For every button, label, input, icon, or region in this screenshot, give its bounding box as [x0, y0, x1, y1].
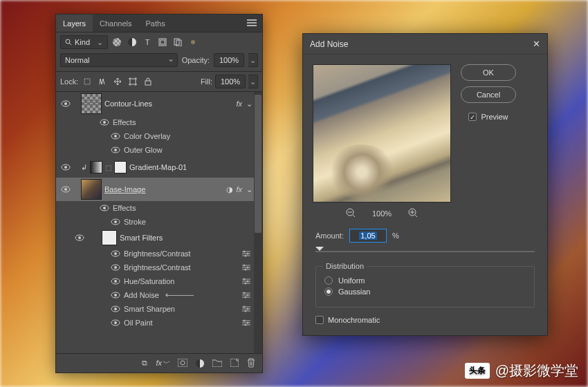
visibility-icon[interactable] — [110, 264, 121, 271]
gaussian-radio[interactable] — [324, 287, 333, 296]
filter-adjustment-icon[interactable] — [126, 36, 138, 48]
layer-contour-lines[interactable]: Contour-Lines fx ⌄ — [56, 92, 262, 115]
layer-name[interactable]: Gradient-Map-01 — [129, 163, 252, 171]
new-group-icon[interactable] — [212, 359, 222, 368]
adjustment-thumbnail[interactable] — [90, 161, 102, 173]
visibility-icon[interactable] — [110, 133, 121, 140]
add-mask-icon[interactable] — [178, 359, 187, 368]
kind-select[interactable]: Kind ⌄ — [60, 35, 108, 49]
fill-input[interactable]: 100% — [215, 75, 246, 88]
lock-all-icon[interactable] — [142, 75, 154, 88]
filter-pin-icon[interactable] — [187, 36, 199, 48]
monochromatic-row[interactable]: Monochromatic — [315, 316, 535, 324]
filter-options-icon[interactable] — [240, 262, 252, 273]
panel-menu-icon[interactable] — [247, 19, 257, 28]
filter-smart-sharpen[interactable]: Smart Sharpen — [56, 302, 262, 316]
layer-thumbnail[interactable] — [81, 179, 102, 200]
filter-oil-paint[interactable]: Oil Paint — [56, 316, 262, 330]
lock-artboard-icon[interactable] — [127, 75, 139, 88]
uniform-radio-row[interactable]: Uniform — [324, 276, 526, 285]
visibility-icon[interactable] — [110, 292, 121, 299]
cancel-button[interactable]: Cancel — [461, 86, 516, 103]
layer-gradient-map[interactable]: ↲ ⬚ Gradient-Map-01 — [56, 157, 262, 178]
visibility-icon[interactable] — [60, 164, 71, 171]
layer-name[interactable]: Contour-Lines — [104, 100, 233, 108]
zoom-in-icon[interactable] — [408, 208, 418, 219]
fx-stroke[interactable]: Stroke — [56, 215, 262, 229]
visibility-icon[interactable] — [110, 278, 121, 285]
tab-channels[interactable]: Channels — [93, 15, 138, 32]
gaussian-radio-row[interactable]: Gaussian — [324, 287, 526, 296]
layer-thumbnail[interactable] — [81, 93, 102, 114]
tab-layers[interactable]: Layers — [56, 15, 93, 32]
fill-dropdown[interactable]: ⌄ — [248, 75, 258, 88]
filter-options-icon[interactable] — [240, 276, 252, 287]
chevron-down-icon[interactable]: ⌄ — [246, 185, 252, 194]
opacity-input[interactable]: 100% — [214, 53, 244, 67]
visibility-icon[interactable] — [110, 305, 121, 312]
filter-options-icon[interactable] — [240, 290, 252, 301]
effects-row-2[interactable]: Effects — [56, 201, 262, 215]
tab-paths[interactable]: Paths — [139, 15, 172, 32]
filter-shape-icon[interactable] — [156, 36, 169, 48]
filter-pixel-icon[interactable] — [111, 36, 123, 48]
filter-smartobject-icon[interactable] — [172, 36, 184, 48]
filter-options-icon[interactable] — [240, 248, 252, 259]
filter-add-noise[interactable]: Add Noise — [56, 288, 262, 302]
scrollbar[interactable] — [254, 92, 262, 353]
layer-name[interactable]: Base-Image — [104, 185, 223, 194]
monochromatic-checkbox[interactable] — [315, 316, 324, 324]
delete-layer-icon[interactable] — [247, 358, 255, 369]
lock-position-icon[interactable] — [111, 75, 124, 88]
slider-thumb[interactable] — [315, 247, 324, 255]
fx-badge[interactable]: fx — [236, 185, 242, 194]
visibility-icon[interactable] — [60, 100, 71, 107]
opacity-dropdown[interactable]: ⌄ — [248, 53, 258, 67]
zoom-out-icon[interactable] — [346, 208, 356, 219]
lock-transparency-icon[interactable] — [81, 75, 93, 88]
svg-rect-12 — [145, 81, 151, 85]
visibility-icon[interactable] — [110, 218, 121, 225]
uniform-radio[interactable] — [324, 276, 333, 285]
filter-brightness-contrast-1[interactable]: Brightness/Contrast — [56, 247, 262, 261]
blend-mode-select[interactable]: Normal — [60, 53, 178, 67]
filter-options-icon[interactable] — [240, 303, 252, 314]
fx-outer-glow[interactable]: Outer Glow — [56, 143, 262, 157]
filter-hue-saturation[interactable]: Hue/Saturation — [56, 274, 262, 288]
visibility-icon[interactable] — [99, 119, 110, 126]
lock-label: Lock: — [60, 77, 78, 86]
add-fx-icon[interactable]: fx﹀ — [156, 358, 169, 368]
filter-type-icon[interactable]: T — [141, 36, 154, 48]
effects-row[interactable]: Effects — [56, 115, 262, 129]
filter-brightness-contrast-2[interactable]: Brightness/Contrast — [56, 261, 262, 274]
visibility-icon[interactable] — [110, 147, 121, 153]
preview-image[interactable] — [313, 64, 451, 202]
close-icon[interactable]: ✕ — [533, 39, 540, 49]
lock-image-icon[interactable] — [96, 75, 109, 88]
amount-slider[interactable] — [315, 247, 535, 256]
visibility-icon[interactable] — [110, 319, 121, 326]
slider-track — [315, 251, 535, 252]
preview-checkbox[interactable] — [468, 113, 477, 121]
ok-button[interactable]: OK — [461, 64, 516, 81]
filter-mask-thumbnail[interactable] — [102, 230, 117, 245]
mask-thumbnail[interactable] — [114, 161, 127, 173]
fx-color-overlay[interactable]: Color Overlay — [56, 129, 262, 143]
preview-checkbox-row[interactable]: Preview — [468, 113, 508, 121]
fx-badge[interactable]: fx — [236, 100, 242, 108]
link-layers-icon[interactable]: ⧉ — [142, 359, 147, 368]
visibility-icon[interactable] — [74, 234, 85, 241]
chevron-down-icon[interactable]: ⌄ — [246, 100, 252, 108]
filter-options-icon[interactable] — [240, 317, 252, 328]
smart-filters-row[interactable]: Smart Filters — [56, 229, 262, 247]
dialog-titlebar[interactable]: Add Noise ✕ — [303, 34, 547, 55]
scroll-thumb[interactable] — [255, 95, 261, 233]
layer-base-image[interactable]: Base-Image ◑ fx ⌄ — [56, 178, 262, 201]
new-layer-icon[interactable] — [230, 359, 239, 368]
add-adjustment-icon[interactable] — [196, 359, 204, 368]
visibility-icon[interactable] — [110, 250, 121, 257]
amount-input[interactable]: 1,05 — [349, 229, 387, 243]
visibility-icon[interactable] — [60, 186, 71, 193]
visibility-icon[interactable] — [99, 205, 110, 211]
link-icon[interactable]: ⬚ — [105, 164, 111, 171]
